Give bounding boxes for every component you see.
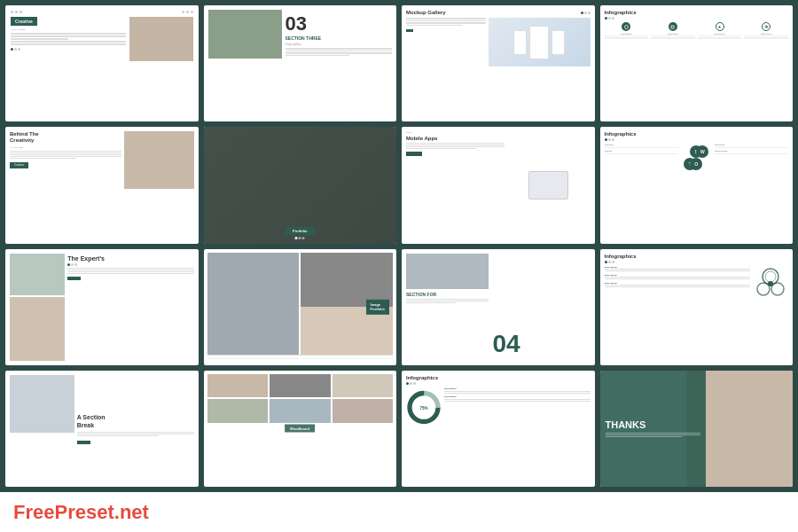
watermark-text: FreePreset.net (13, 501, 149, 524)
dots (295, 237, 305, 239)
dot-active (406, 382, 409, 385)
bottom-line (301, 358, 393, 359)
svg-point-7 (768, 281, 773, 286)
slide-section-four: SECTION FOR 04 (402, 249, 595, 365)
watermark: FreePreset.net (0, 492, 798, 532)
nav-dot (15, 11, 18, 13)
dot (612, 138, 614, 141)
svg-rect-1 (671, 26, 674, 28)
section-title: SECTION FOR (406, 292, 489, 297)
slide-content: Main Option Main Option Main Option (605, 266, 789, 301)
text-line (11, 41, 126, 43)
watermark-prefix: Free (13, 501, 54, 523)
photos-stack (10, 254, 65, 361)
swot-center: S T W O (681, 144, 712, 172)
icon-circle (762, 22, 771, 31)
desc-line (605, 38, 649, 39)
photo-1 (207, 253, 300, 362)
cta-button (406, 29, 413, 32)
slide-right (753, 266, 788, 301)
item-line (605, 270, 751, 271)
dot-active (11, 48, 13, 51)
photo (406, 254, 489, 289)
icon-box: Description (744, 22, 788, 40)
text-line (286, 48, 393, 50)
nav-dot (186, 11, 189, 13)
slide-infographics-swot: Infographics Strengths Threats S T W O (600, 127, 794, 243)
text-line (11, 43, 126, 45)
text-line (67, 273, 193, 274)
slide-title: Behind The Creativity (10, 131, 121, 144)
dot (612, 261, 614, 263)
divider (605, 153, 678, 154)
divider (605, 147, 678, 148)
swot-label: Threats (605, 150, 678, 153)
dot (74, 263, 77, 266)
text-line (406, 22, 486, 24)
text-line (10, 154, 121, 155)
nav-dot (20, 11, 22, 13)
dots (406, 382, 591, 385)
desc-line (651, 38, 695, 39)
desc-line (444, 399, 591, 400)
slide-content (406, 18, 591, 66)
svg-marker-2 (764, 25, 768, 27)
photo (208, 10, 282, 59)
slide-right (124, 131, 194, 239)
slide-right: The Expert's (67, 254, 193, 361)
tablet-mockup (528, 171, 568, 200)
section-number: 03 (286, 14, 393, 34)
slide-left (10, 375, 74, 482)
slide-behind-creativity: Behind The Creativity My Work ●●● Creati… (5, 127, 199, 243)
nav-dot (191, 11, 193, 13)
phones-mockup (489, 18, 590, 66)
section-title: SECTION THREE (286, 35, 393, 41)
icon-box: Description (605, 22, 649, 40)
text-line (406, 301, 489, 301)
text-line (286, 55, 349, 57)
text-line (11, 38, 68, 40)
dot-active (605, 261, 607, 263)
photo (10, 375, 74, 433)
portfolio-title: Image Portfolio (371, 302, 385, 311)
slide-content: Strengths Threats S T W O Weakness Oppor… (605, 144, 789, 172)
gallery-title: Mockup Gallery (406, 10, 446, 15)
photo-2 (10, 297, 65, 361)
slide-creative: Creative About Me ●●● (5, 5, 199, 121)
donut-chart: 75% (406, 387, 442, 427)
infographics-title: Infographics (605, 254, 789, 259)
slide-left (406, 18, 486, 66)
slide-infographics-donut: Infographics 75% Description Description (402, 371, 595, 487)
icon-box: Description (651, 22, 695, 40)
slide-right: 04 (492, 254, 590, 361)
phone-small (552, 30, 565, 55)
circles-diagram (753, 266, 788, 301)
moodboard-photo (207, 399, 269, 423)
slide-top-bar (11, 11, 193, 13)
dots (605, 138, 789, 141)
creative-badge: Creative (11, 17, 37, 26)
dots (605, 17, 789, 20)
desc-line (744, 38, 788, 39)
slide-right (489, 18, 590, 66)
slide-left: Main Option Main Option Main Option (605, 266, 751, 301)
dot-active (295, 237, 298, 239)
cta-button (77, 441, 90, 444)
slide-section-three: 03 SECTION THREE Image gallery (204, 5, 397, 121)
desc-line (698, 38, 742, 39)
info-item: Main Option (605, 282, 751, 287)
slide-content: Creative About Me ●●● (11, 17, 193, 116)
icon-circle (669, 22, 677, 31)
text-line (406, 143, 505, 144)
text-line (11, 33, 126, 35)
infographics-title: Infographics (406, 375, 591, 380)
top-bar-nav: ● ● ● (406, 131, 505, 134)
section-subtitle: Image gallery (286, 43, 393, 46)
icons-row: Description Description Description (605, 22, 789, 40)
slide-mobile-apps: ● ● ● Mobile Apps (402, 127, 595, 243)
dots (11, 48, 126, 51)
slide-left: 75% (406, 387, 442, 427)
text-line (67, 271, 193, 272)
icon-circle (622, 22, 630, 31)
dot (71, 263, 74, 266)
